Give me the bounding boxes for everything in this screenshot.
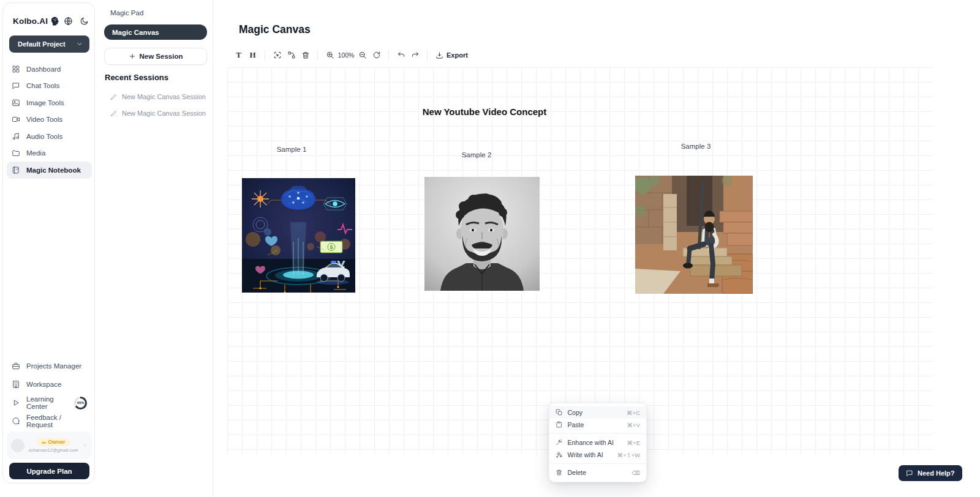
main-area: Magic Canvas T H 100% Export New Youtube…: [213, 0, 980, 497]
sidebar-item-label: Chat Tools: [26, 82, 59, 89]
svg-text:$: $: [330, 244, 333, 250]
toolbar-divider: [265, 50, 265, 61]
sidebar-item-chat-tools[interactable]: Chat Tools: [7, 78, 92, 95]
toolbar-divider: [427, 50, 428, 61]
chevron-down-icon: [76, 40, 83, 48]
sidebar-item-label: Image Tools: [26, 99, 64, 106]
brain-logo-icon: [50, 16, 60, 26]
zoom-out-icon: [358, 51, 367, 59]
project-selector-label: Default Project: [18, 40, 76, 48]
sidebar-item-magic-notebook[interactable]: Magic Notebook: [7, 162, 92, 179]
context-menu-item-write-with-ai[interactable]: Write with AI ⌘+⇧+W: [549, 449, 646, 461]
new-session-label: New Session: [140, 53, 183, 60]
sidebar-item-workspace[interactable]: Workspace: [7, 375, 92, 394]
learning-progress-value: 66%: [76, 398, 85, 408]
user-card[interactable]: Owner zoharvan12@gmail.com: [7, 432, 92, 459]
connector-tool-button[interactable]: [284, 48, 298, 62]
owner-badge-label: Owner: [48, 439, 65, 445]
session-item-label: New Magic Canvas Session: [122, 110, 206, 117]
sparkles-icon: [556, 451, 563, 458]
delete-tool-button[interactable]: [298, 48, 312, 62]
undo-button[interactable]: [394, 48, 408, 62]
context-menu: Copy ⌘+C Paste ⌘+V Enhance with AI ⌘+E W…: [549, 403, 647, 482]
moon-icon[interactable]: [80, 17, 89, 26]
redo-button[interactable]: [408, 48, 422, 62]
paste-icon: [556, 421, 563, 428]
sidebar-footer-nav: Projects Manager Workspace Learning Cent…: [7, 357, 92, 430]
globe-icon[interactable]: [64, 17, 73, 26]
crown-icon: [41, 439, 47, 445]
copy-icon: [556, 409, 563, 416]
feedback-icon: [12, 417, 20, 425]
export-button[interactable]: Export: [432, 50, 471, 61]
learning-progress-ring: 66%: [74, 397, 87, 409]
new-session-button[interactable]: New Session: [104, 48, 207, 65]
sidebar-item-feedback-request[interactable]: Feedback / Request: [7, 412, 92, 430]
sessions-panel: Magic Pad Magic Canvas New Session Recen…: [96, 0, 213, 497]
reset-view-button[interactable]: [369, 48, 383, 62]
context-menu-item-delete[interactable]: Delete ⌫: [549, 466, 646, 479]
ai-select-button[interactable]: [270, 48, 284, 62]
sample-1-label[interactable]: Sample 1: [273, 146, 311, 153]
sidebar-item-label: Video Tools: [26, 116, 62, 123]
undo-icon: [397, 51, 405, 59]
sidebar-item-projects-manager[interactable]: Projects Manager: [7, 357, 92, 375]
zoom-in-button[interactable]: [323, 48, 337, 62]
session-item-label: New Magic Canvas Session: [122, 93, 206, 100]
project-selector[interactable]: Default Project: [9, 36, 89, 53]
sidebar-item-label: Workspace: [26, 381, 61, 388]
media-icon: [12, 149, 20, 157]
wand-icon: [556, 439, 563, 446]
context-menu-item-copy[interactable]: Copy ⌘+C: [549, 406, 646, 419]
image-icon: [12, 99, 20, 107]
context-menu-shortcut: ⌘+V: [627, 422, 640, 428]
brand-logo: Kolbo.AI: [13, 17, 48, 26]
pencil-icon: [110, 94, 117, 100]
heading-tool-button[interactable]: H: [246, 48, 260, 62]
sample-2-label[interactable]: Sample 2: [458, 151, 496, 159]
need-help-button[interactable]: Need Help?: [899, 465, 962, 481]
logo-row: Kolbo.AI: [13, 15, 89, 26]
redo-icon: [411, 51, 420, 59]
play-icon: [12, 398, 20, 407]
recent-sessions-heading: Recent Sessions: [105, 73, 168, 82]
upgrade-plan-button[interactable]: Upgrade Plan: [9, 463, 89, 479]
context-menu-item-paste[interactable]: Paste ⌘+V: [549, 419, 646, 431]
sidebar-item-label: Dashboard: [26, 65, 61, 73]
sidebar-item-image-tools[interactable]: Image Tools: [7, 94, 92, 111]
sidebar: Kolbo.AI Default Project Dashboard Chat …: [2, 2, 95, 484]
sidebar-item-media[interactable]: Media: [7, 145, 92, 162]
session-list-item[interactable]: New Magic Canvas Session: [110, 108, 208, 119]
sidebar-item-learning-center[interactable]: Learning Center 66%: [7, 394, 92, 412]
plus-icon: [129, 53, 136, 60]
download-icon: [435, 51, 443, 59]
sample-1-image[interactable]: $ ¥: [242, 178, 355, 293]
trash-icon: [556, 469, 563, 476]
sidebar-item-dashboard[interactable]: Dashboard: [7, 61, 92, 78]
zoom-level[interactable]: 100%: [337, 51, 355, 59]
chat-icon: [12, 81, 20, 90]
session-list-item[interactable]: New Magic Canvas Session: [110, 91, 208, 102]
chevron-down-icon: [82, 443, 88, 448]
context-menu-item-enhance-with-ai[interactable]: Enhance with AI ⌘+E: [549, 436, 646, 449]
magic-canvas-grid[interactable]: New Youtube Video Concept Sample 1 Sampl…: [227, 67, 933, 454]
sample-3-image[interactable]: [635, 176, 753, 294]
magic-pad-item[interactable]: Magic Pad: [110, 9, 143, 17]
sample-2-image[interactable]: [424, 177, 540, 291]
zoom-out-button[interactable]: [355, 48, 369, 62]
sample-3-label[interactable]: Sample 3: [677, 143, 715, 150]
magic-canvas-item-selected[interactable]: Magic Canvas: [104, 24, 207, 40]
context-menu-shortcut: ⌘+E: [627, 439, 640, 446]
connector-icon: [287, 51, 296, 59]
context-menu-divider: [549, 433, 646, 434]
sidebar-item-video-tools[interactable]: Video Tools: [7, 111, 92, 129]
page-title: Magic Canvas: [239, 23, 311, 36]
text-tool-button[interactable]: T: [232, 48, 246, 62]
sidebar-item-audio-tools[interactable]: Audio Tools: [7, 128, 92, 145]
dashboard-icon: [12, 65, 20, 73]
building-icon: [12, 380, 20, 389]
sidebar-item-label: Media: [26, 149, 45, 157]
avatar: [11, 439, 24, 452]
context-menu-shortcut: ⌘+⇧+W: [617, 452, 640, 458]
canvas-title-text[interactable]: New Youtube Video Concept: [417, 106, 552, 117]
